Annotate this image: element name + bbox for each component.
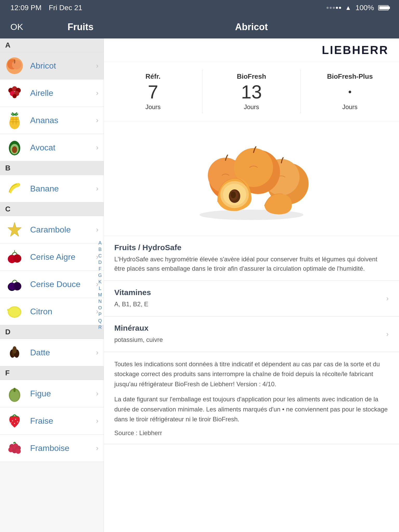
fruit-image-datte [5,343,24,362]
list-item-abricot[interactable]: Abricot › [0,52,104,79]
fruit-name-ananas: Ananas [30,116,96,125]
main-layout: A Abricot › [0,38,399,532]
index-p[interactable]: P [97,312,103,317]
storage-refr: Réfr. 7 Jours [104,67,202,116]
mineraux-text: potassium, cuivre [114,335,163,344]
list-item-avocat[interactable]: Avocat › [0,134,104,161]
fruit-image-abricot [5,56,24,75]
index-g[interactable]: G [97,273,103,278]
section-header-f: F [0,366,104,380]
svg-point-59 [231,191,236,198]
fruit-image-ananas [5,111,24,130]
fruit-image-banane [5,179,24,198]
fruit-name-abricot: Abricot [30,61,96,71]
svg-point-2 [12,60,21,69]
list-item-datte[interactable]: Datte › [0,339,104,366]
index-r[interactable]: R [97,325,103,330]
index-k[interactable]: K [97,279,103,285]
fruit-name-cerise-douce: Cerise Douce [30,280,96,289]
list-item-banane[interactable]: Banane › [0,175,104,202]
disclaimer-section: Toutes les indications sont données à ti… [104,352,399,444]
list-item-framboise[interactable]: Framboise › [0,435,104,462]
storage-refr-unit: Jours [109,103,197,111]
wifi-icon: ▲ [345,4,351,11]
vitamines-chevron: › [386,294,389,303]
index-d[interactable]: D [97,260,103,265]
fruit-name-framboise: Framboise [30,443,96,453]
brand-logo: LIEBHERR [322,44,389,57]
svg-point-9 [12,94,17,98]
ananas-chevron: › [96,116,98,124]
nav-left-title: Fruits [68,22,94,32]
battery-percent: 100% [355,4,374,12]
svg-point-28 [9,307,20,317]
svg-point-33 [12,346,17,354]
list-item-ananas[interactable]: Ananas › [0,107,104,134]
ok-button[interactable]: OK [10,22,23,32]
fruit-name-airelle: Airelle [30,88,96,98]
right-panel: LIEBHERR Réfr. 7 Jours BioFresh 13 Jours… [104,38,399,532]
fruit-image-framboise [5,439,24,457]
index-m[interactable]: M [97,292,103,298]
index-f[interactable]: F [97,266,103,272]
svg-point-39 [14,423,15,424]
svg-point-41 [17,421,18,422]
nav-right: Abricot [104,22,399,32]
apricot-svg [189,132,314,225]
list-item-figue[interactable]: Figue › [0,380,104,407]
vitamines-title: Vitamines [114,288,151,297]
fruit-image-citron [5,302,24,321]
list-item-carambole[interactable]: Carambole › [0,216,104,243]
index-l[interactable]: L [97,286,103,291]
status-time: 12:09 PM [10,4,42,12]
index-n[interactable]: N [97,299,103,304]
fruit-image-cerise-aigre [5,248,24,266]
list-item-cerise-aigre[interactable]: Cerise Aigre › [0,243,104,271]
index-bar: A B C D F G K L M N O P Q R [97,240,103,330]
fruit-name-carambole: Carambole [30,225,96,235]
section-header-b: B [0,161,104,175]
list-item-cerise-douce[interactable]: Cerise Douce › [0,271,104,298]
list-item-airelle[interactable]: Airelle › [0,79,104,107]
mineraux-title: Minéraux [114,324,163,332]
list-item-citron[interactable]: Citron › [0,298,104,325]
index-b[interactable]: B [97,247,103,252]
fruit-image-avocat [5,138,24,157]
airelle-chevron: › [96,89,98,97]
fruit-name-fraise: Fraise [30,416,96,426]
fraise-chevron: › [96,417,98,425]
info-section-mineraux[interactable]: Minéraux potassium, cuivre › [104,316,399,352]
index-a[interactable]: A [97,240,103,246]
disclaimer-text-1: Toutes les indications sont données à ti… [114,359,389,389]
source-text: Source : Liebherr [114,429,389,437]
svg-rect-11 [10,117,19,124]
framboise-chevron: › [96,444,98,452]
fruit-photo-area [104,121,399,236]
hydrosafe-text: L'HydroSafe avec hygrométrie élevée s'av… [114,255,389,273]
disclaimer-text-2: La date figurant sur l'emballage est tou… [114,394,389,424]
banane-chevron: › [96,184,98,193]
list-item-fraise[interactable]: Fraise › [0,407,104,435]
index-c[interactable]: C [97,253,103,259]
section-header-a: A [0,38,104,52]
storage-biofresh-plus-value: • [306,83,394,101]
storage-biofresh-plus: BioFresh-Plus • Jours [301,67,399,116]
vitamines-content: Vitamines A, B1, B2, E [114,288,151,309]
vitamines-header[interactable]: Vitamines A, B1, B2, E › [114,288,389,309]
carambole-chevron: › [96,225,98,234]
svg-point-3 [14,59,15,64]
index-o[interactable]: O [97,305,103,311]
storage-refr-value: 7 [109,83,197,101]
storage-biofresh-label: BioFresh [208,72,295,81]
index-q[interactable]: Q [97,318,103,324]
info-section-vitamines[interactable]: Vitamines A, B1, B2, E › [104,281,399,316]
mineraux-header[interactable]: Minéraux potassium, cuivre › [114,324,389,344]
nav-right-title: Abricot [235,22,268,32]
storage-biofresh: BioFresh 13 Jours [202,67,301,116]
fruit-image-fraise [5,411,24,430]
svg-point-29 [7,309,10,311]
fruit-image-airelle [5,84,24,102]
section-header-c: C [0,202,104,216]
nav-left: OK Fruits [0,22,104,32]
storage-refr-label: Réfr. [109,72,197,81]
